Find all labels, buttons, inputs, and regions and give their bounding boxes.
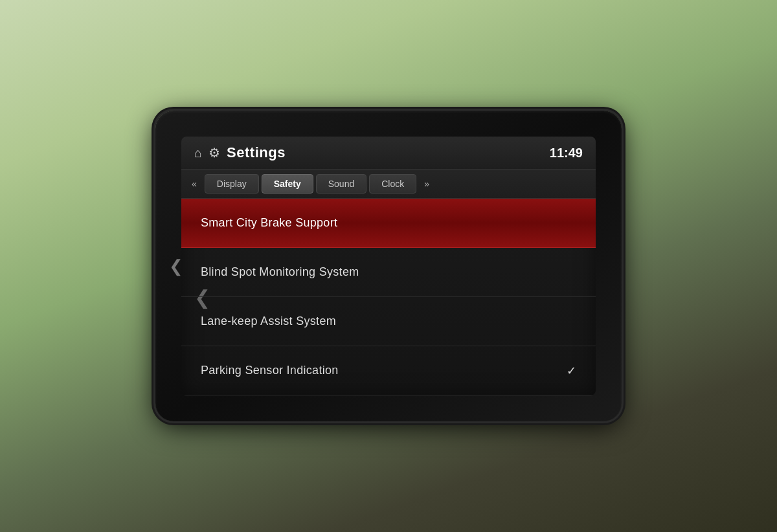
- menu-item-bsms-label: Blind Spot Monitoring System: [201, 265, 359, 279]
- menu-item-lkas-label: Lane-keep Assist System: [201, 315, 336, 328]
- tab-prev-button[interactable]: «: [186, 176, 202, 192]
- screen-bezel: ❮ ⌂ ⚙ Settings 11:49 « Display S: [155, 111, 622, 421]
- menu-item-psi[interactable]: Parking Sensor Indication ✓: [181, 346, 596, 395]
- tab-safety[interactable]: Safety: [262, 174, 313, 194]
- menu-item-psi-label: Parking Sensor Indication: [201, 364, 339, 377]
- tab-next-button[interactable]: »: [419, 176, 434, 192]
- tab-display[interactable]: Display: [205, 174, 259, 194]
- tab-sound[interactable]: Sound: [316, 174, 366, 194]
- header-bar: ⌂ ⚙ Settings 11:49: [181, 137, 596, 170]
- menu-item-scbs-label: Smart City Brake Support: [201, 216, 337, 230]
- tab-clock[interactable]: Clock: [369, 174, 416, 194]
- infotainment-screen: ⌂ ⚙ Settings 11:49 « Display Safety Soun…: [181, 137, 596, 395]
- menu-item-lkas[interactable]: Lane-keep Assist System: [181, 297, 596, 346]
- gear-icon: ⚙: [208, 145, 220, 161]
- tab-bar: « Display Safety Sound Clock »: [181, 170, 596, 199]
- page-title: Settings: [227, 144, 286, 161]
- menu-content: ❮ Smart City Brake Support Blind Spot Mo…: [181, 199, 596, 395]
- menu-item-scbs[interactable]: Smart City Brake Support: [181, 199, 596, 248]
- home-icon[interactable]: ⌂: [194, 146, 202, 161]
- clock-display: 11:49: [550, 146, 583, 161]
- psi-checkmark-icon: ✓: [567, 364, 576, 378]
- menu-item-bsms[interactable]: Blind Spot Monitoring System: [181, 248, 596, 297]
- dashboard: ❮ ⌂ ⚙ Settings 11:49 « Display S: [110, 72, 667, 460]
